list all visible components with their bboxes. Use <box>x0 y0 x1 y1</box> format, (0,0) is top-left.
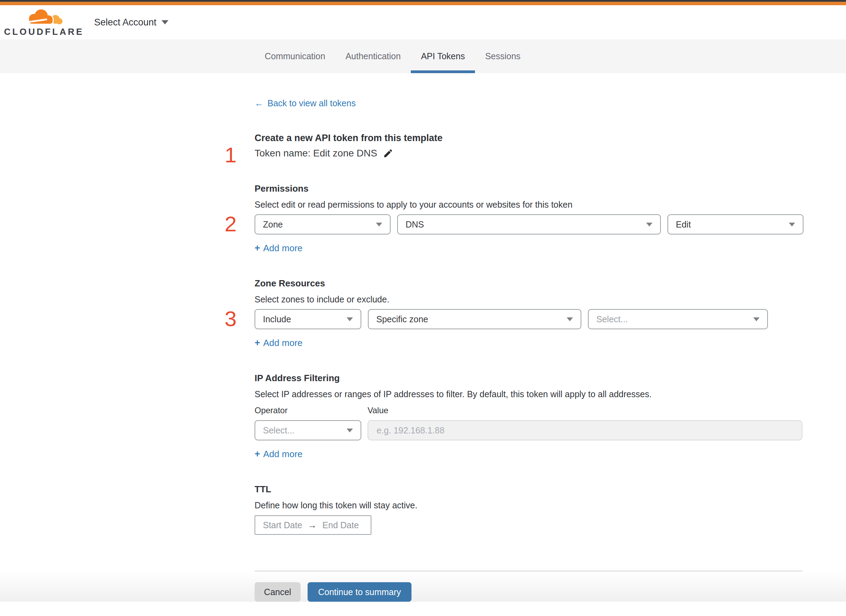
footer-buttons: Cancel Continue to summary <box>255 571 846 602</box>
page: CLOUDFLARE Select Account Communication … <box>0 0 846 616</box>
brand-accent-bar <box>0 2 846 5</box>
chevron-down-icon <box>162 20 168 24</box>
select-caret-icon <box>347 317 353 321</box>
ip-filtering-title: IP Address Filtering <box>255 373 846 384</box>
zone-operator-value: Include <box>263 314 291 324</box>
ip-filtering-add-more-link[interactable]: + Add more <box>255 449 303 459</box>
ip-value-input[interactable] <box>368 420 802 440</box>
continue-to-summary-button[interactable]: Continue to summary <box>308 582 412 602</box>
zone-value-placeholder: Select... <box>596 314 628 324</box>
end-date-placeholder: End Date <box>322 520 359 530</box>
add-more-label: Add more <box>263 449 303 459</box>
cancel-button[interactable]: Cancel <box>255 582 301 602</box>
plus-icon: + <box>255 449 260 459</box>
add-more-label: Add more <box>263 337 303 348</box>
app-header: CLOUDFLARE Select Account <box>0 5 846 40</box>
zone-operator-select[interactable]: Include <box>255 309 361 329</box>
main-content: ← Back to view all tokens Create a new A… <box>0 73 846 535</box>
tab-communication[interactable]: Communication <box>255 40 335 73</box>
add-more-label: Add more <box>263 243 303 254</box>
select-caret-icon <box>753 317 759 321</box>
tab-sessions[interactable]: Sessions <box>475 40 530 73</box>
ip-operator-select[interactable]: Select... <box>255 420 361 440</box>
permissions-section: Permissions Select edit or read permissi… <box>255 183 846 254</box>
select-caret-icon <box>646 223 652 226</box>
select-caret-icon <box>789 223 795 226</box>
back-link-label: Back to view all tokens <box>268 98 356 109</box>
permissions-add-more-link[interactable]: + Add more <box>255 243 303 254</box>
zone-resources-title: Zone Resources <box>255 278 846 289</box>
step-number-2: 2 <box>225 213 237 235</box>
right-arrow-icon: → <box>308 520 317 531</box>
zone-type-select[interactable]: Specific zone <box>368 309 581 329</box>
permission-scope-value: Zone <box>263 220 283 230</box>
step-number-3: 3 <box>225 308 237 330</box>
profile-tabbar: Communication Authentication API Tokens … <box>0 40 846 73</box>
ttl-title: TTL <box>255 484 846 495</box>
edit-pencil-icon[interactable] <box>383 148 393 158</box>
permission-group-value: DNS <box>406 220 424 230</box>
ip-filtering-labels: Operator Value <box>255 406 846 415</box>
zone-resources-subtitle: Select zones to include or exclude. <box>255 295 846 305</box>
account-selector[interactable]: Select Account <box>94 17 168 28</box>
ip-filtering-subtitle: Select IP addresses or ranges of IP addr… <box>255 389 846 399</box>
permissions-row: 2 Zone DNS Edit <box>255 214 846 235</box>
operator-label: Operator <box>255 406 368 415</box>
value-label: Value <box>368 406 388 415</box>
permission-scope-select[interactable]: Zone <box>255 214 391 235</box>
token-name-row: 1 Token name: Edit zone DNS <box>255 148 846 159</box>
ip-operator-placeholder: Select... <box>263 425 294 436</box>
back-to-tokens-link[interactable]: ← Back to view all tokens <box>255 98 356 109</box>
step-number-1: 1 <box>225 144 237 166</box>
select-caret-icon <box>347 428 353 433</box>
cloudflare-wordmark: CLOUDFLARE <box>4 26 84 37</box>
back-arrow-icon: ← <box>255 98 263 109</box>
cloudflare-logo[interactable]: CLOUDFLARE <box>10 7 77 37</box>
form-footer: Cancel Continue to summary <box>0 571 846 602</box>
ttl-date-range-picker[interactable]: Start Date → End Date <box>255 515 371 535</box>
zone-type-value: Specific zone <box>376 314 428 324</box>
ttl-section: TTL Define how long this token will stay… <box>255 484 846 535</box>
permissions-subtitle: Select edit or read permissions to apply… <box>255 199 846 210</box>
zone-resources-add-more-link[interactable]: + Add more <box>255 337 303 348</box>
select-caret-icon <box>566 317 573 321</box>
permission-access-select[interactable]: Edit <box>668 214 803 235</box>
tab-api-tokens[interactable]: API Tokens <box>411 40 475 73</box>
zone-resources-row: 3 Include Specific zone Select... <box>255 309 846 329</box>
plus-icon: + <box>255 243 260 254</box>
tab-authentication[interactable]: Authentication <box>335 40 411 73</box>
zone-resources-section: Zone Resources Select zones to include o… <box>255 278 846 348</box>
start-date-placeholder: Start Date <box>263 520 302 530</box>
page-title: Create a new API token from this templat… <box>255 133 846 144</box>
select-caret-icon <box>376 223 382 226</box>
plus-icon: + <box>255 337 260 348</box>
zone-value-select[interactable]: Select... <box>588 309 768 329</box>
permission-access-value: Edit <box>676 220 691 230</box>
ip-filtering-row: Select... <box>255 420 846 440</box>
token-name-text: Token name: Edit zone DNS <box>255 148 377 159</box>
ip-filtering-section: IP Address Filtering Select IP addresses… <box>255 373 846 459</box>
permissions-title: Permissions <box>255 183 846 194</box>
cloudflare-cloud-icon <box>24 7 65 26</box>
account-selector-label: Select Account <box>94 17 157 28</box>
ttl-subtitle: Define how long this token will stay act… <box>255 500 846 510</box>
permission-group-select[interactable]: DNS <box>397 214 661 235</box>
